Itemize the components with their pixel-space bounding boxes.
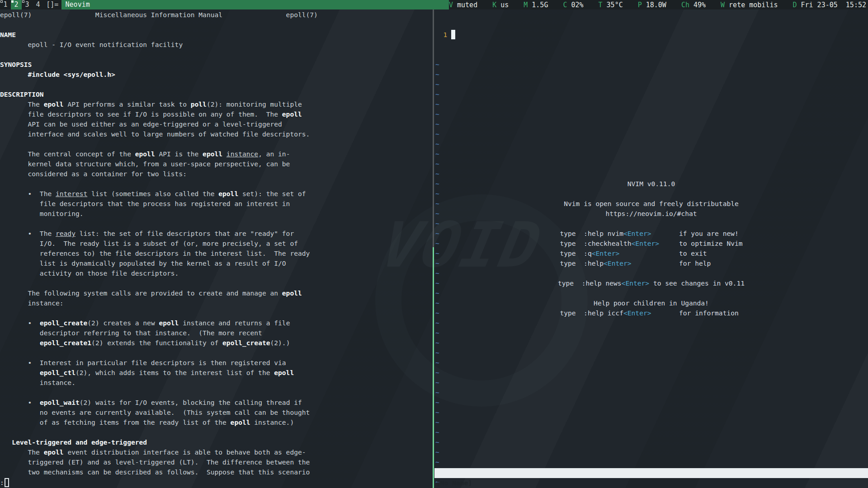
empty-line-tilde: ~ <box>435 70 459 80</box>
workspace-tag-4[interactable]: 4 <box>33 0 43 9</box>
status-key: W <box>721 1 725 9</box>
empty-line-tilde: ~ <box>435 99 459 109</box>
status-value: 1.5G <box>532 1 548 9</box>
status-module-t: T35°C <box>599 1 623 9</box>
empty-line-tilde: ~ <box>435 408 459 418</box>
status-key: M <box>524 1 528 9</box>
empty-line-tilde: ~ <box>435 159 459 169</box>
empty-line-tilde: ~ <box>435 169 459 179</box>
empty-line-tilde: ~ <box>435 378 459 388</box>
empty-line-tilde: ~ <box>435 418 459 427</box>
buffer-line-1: 1 <box>435 30 459 40</box>
tag-label: 1 <box>3 0 7 9</box>
empty-line-tilde: ~ <box>435 457 459 467</box>
status-key: T <box>599 1 603 9</box>
status-key: C <box>563 1 567 9</box>
empty-line-tilde: ~ <box>435 348 459 358</box>
status-module-w: Wrete mobilis <box>721 1 778 9</box>
status-module-d: DFri 23-05 15:52 <box>793 1 866 9</box>
man-page-content: epoll(7) Miscellaneous Information Manua… <box>0 10 318 477</box>
window-separator-top <box>433 9 434 247</box>
status-module-k: Kus <box>492 1 509 9</box>
nvim-intro-message: NVIM v0.11.0 Nvim is open source and fre… <box>434 179 868 318</box>
empty-line-tilde: ~ <box>435 368 459 378</box>
tag-client-indicator <box>22 0 24 3</box>
empty-line-tilde: ~ <box>435 338 459 348</box>
empty-line-tilde: ~ <box>435 437 459 447</box>
status-key: Ch <box>681 1 689 9</box>
status-module-p: P18.0W <box>638 1 666 9</box>
desktop: VOID 1234 []= Neovim VmutedKusM1.5GC02%T… <box>0 0 868 488</box>
empty-line-tilde: ~ <box>435 109 459 119</box>
tag-label: 4 <box>36 0 40 9</box>
pager-prompt-line[interactable]: : <box>0 478 9 488</box>
status-key: K <box>492 1 496 9</box>
status-value: 02% <box>571 1 583 9</box>
status-module-v: Vmuted <box>449 1 477 9</box>
line-number: 1 <box>435 31 451 38</box>
workspace-tags: 1234 <box>0 0 43 9</box>
tag-label: 3 <box>25 0 29 9</box>
status-module-ch: Ch49% <box>681 1 706 9</box>
window-separator-bottom-focused <box>433 247 434 488</box>
empty-line-tilde: ~ <box>435 447 459 457</box>
pager-cursor <box>5 478 9 487</box>
empty-line-tilde: ~ <box>435 89 459 99</box>
status-value: 35°C <box>607 1 623 9</box>
workspace-tag-1[interactable]: 1 <box>0 0 11 9</box>
empty-line-tilde: ~ <box>435 328 459 338</box>
empty-line-tilde: ~ <box>435 60 459 70</box>
empty-line-tilde: ~ <box>435 139 459 149</box>
status-key: D <box>793 1 797 9</box>
empty-line-tilde: ~ <box>435 427 459 437</box>
top-bar: 1234 []= Neovim VmutedKusM1.5GC02%T35°CP… <box>0 0 868 9</box>
status-value: 49% <box>693 1 706 9</box>
status-value: Fri 23-05 15:52 <box>801 1 867 9</box>
empty-line-tilde: ~ <box>435 388 459 398</box>
empty-line-tilde: ~ <box>435 149 459 159</box>
status-bar: VmutedKusM1.5GC02%T35°CP18.0WCh49%Wrete … <box>449 0 868 9</box>
status-value: muted <box>457 1 477 9</box>
pager-prompt: : <box>0 479 4 486</box>
nvim-command-line[interactable] <box>434 478 868 488</box>
empty-line-tilde: ~ <box>435 318 459 328</box>
nvim-cursor <box>451 30 455 39</box>
status-value: us <box>500 1 509 9</box>
status-module-c: C02% <box>563 1 583 9</box>
empty-line-tilde: ~ <box>435 398 459 408</box>
empty-line-tilde: ~ <box>435 358 459 368</box>
empty-line-tilde: ~ <box>435 129 459 139</box>
tag-client-indicator <box>11 0 14 3</box>
workspace-tag-3[interactable]: 3 <box>22 0 33 9</box>
status-value: rete mobilis <box>729 1 778 9</box>
tag-client-indicator <box>0 0 3 3</box>
status-key: V <box>449 1 453 9</box>
nvim-statusline: [No Name] 0,0-1 All <box>434 468 868 478</box>
empty-line-tilde: ~ <box>435 80 459 89</box>
focused-window-title: Neovim <box>61 0 449 9</box>
status-key: P <box>638 1 642 9</box>
man-page-window[interactable]: epoll(7) Miscellaneous Information Manua… <box>0 9 433 488</box>
status-value: 18.0W <box>646 1 666 9</box>
empty-line-tilde: ~ <box>435 119 459 129</box>
layout-symbol[interactable]: []= <box>43 0 61 9</box>
status-module-m: M1.5G <box>524 1 548 9</box>
workspace-tag-2[interactable]: 2 <box>11 0 22 9</box>
neovim-window[interactable]: 1 ~~~~~~~~~~~~~~~~~~~~~~~~~~~~~~~~~~~~~~… <box>434 9 868 488</box>
tag-label: 2 <box>14 0 18 9</box>
